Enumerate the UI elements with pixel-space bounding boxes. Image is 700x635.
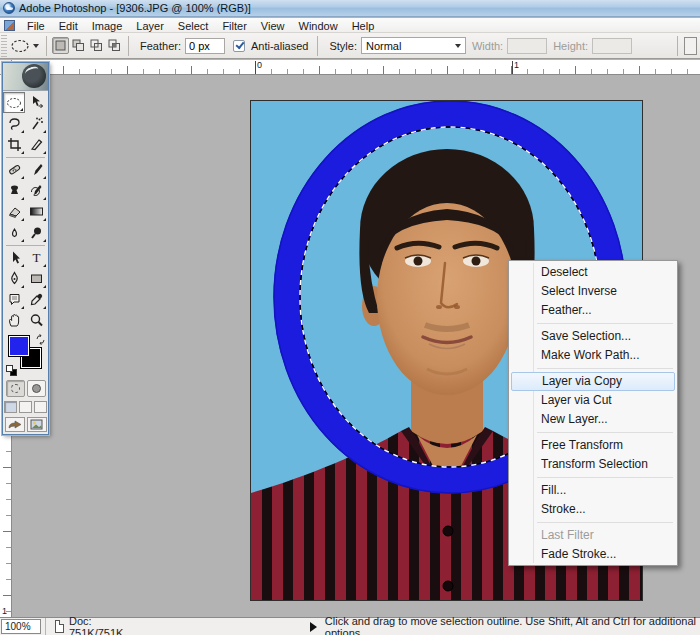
eraser-tool[interactable] xyxy=(3,201,25,222)
menu-item-stroke[interactable]: Stroke... xyxy=(511,500,675,519)
palette-well[interactable] xyxy=(684,37,697,55)
gradient-tool[interactable] xyxy=(25,201,47,222)
fullscreen-mode-button[interactable] xyxy=(34,401,47,413)
menu-item-fill[interactable]: Fill... xyxy=(511,481,675,500)
options-separator xyxy=(128,36,129,56)
blur-tool[interactable] xyxy=(3,222,25,243)
tool-preset-caret-icon[interactable] xyxy=(33,44,39,48)
window-title: Adobe Photoshop - [9306.JPG @ 100% (RGB)… xyxy=(19,2,251,14)
history-brush-tool[interactable] xyxy=(25,180,47,201)
dodge-tool[interactable] xyxy=(25,222,47,243)
menu-separator xyxy=(509,519,677,526)
pen-tool[interactable] xyxy=(3,268,25,289)
clone-stamp-tool[interactable] xyxy=(3,180,25,201)
menu-item-select-inverse[interactable]: Select Inverse xyxy=(511,282,675,301)
brush-tool[interactable] xyxy=(25,159,47,180)
fullscreen-menubar-mode-button[interactable] xyxy=(19,401,32,413)
subtract-from-selection-icon[interactable] xyxy=(88,37,105,54)
new-selection-icon[interactable] xyxy=(52,37,69,54)
menu-filter[interactable]: Filter xyxy=(215,18,253,33)
style-value: Normal xyxy=(366,40,401,52)
selection-context-menu: Deselect Select Inverse Feather... Save … xyxy=(508,260,678,566)
menu-separator xyxy=(509,429,677,436)
menu-edit[interactable]: Edit xyxy=(52,18,85,33)
document-size-icon xyxy=(55,620,64,633)
menu-item-transform-selection[interactable]: Transform Selection xyxy=(511,455,675,474)
menu-item-feather[interactable]: Feather... xyxy=(511,301,675,320)
toolbox-banner[interactable] xyxy=(3,63,48,91)
menu-bar: File Edit Image Layer Select Filter View… xyxy=(0,18,700,33)
path-selection-tool[interactable] xyxy=(3,247,25,268)
zoom-tool[interactable] xyxy=(25,310,47,331)
swap-colors-icon[interactable] xyxy=(35,334,46,347)
intersect-selection-icon[interactable] xyxy=(106,37,123,54)
feather-input[interactable] xyxy=(185,38,225,54)
jump-to-buttons xyxy=(3,415,48,434)
hruler-label-0: 0 xyxy=(257,60,262,70)
menu-image[interactable]: Image xyxy=(85,18,130,33)
menu-item-last-filter: Last Filter xyxy=(511,526,675,545)
crop-tool[interactable] xyxy=(3,134,25,155)
menu-item-free-transform[interactable]: Free Transform xyxy=(511,436,675,455)
add-to-selection-icon[interactable] xyxy=(70,37,87,54)
menu-separator xyxy=(509,474,677,481)
menu-item-layer-via-copy[interactable]: Layer via Copy xyxy=(511,372,675,391)
hruler-label-1: 1 xyxy=(514,60,519,70)
edit-mode-buttons xyxy=(3,378,48,399)
imageready-doc-icon[interactable] xyxy=(27,417,47,432)
document-size-text[interactable]: Doc: 751K/751K xyxy=(69,615,142,635)
tool-grid: T xyxy=(3,91,48,332)
menu-separator xyxy=(509,365,677,372)
elliptical-marquee-icon[interactable] xyxy=(7,36,41,56)
elliptical-marquee-tool[interactable] xyxy=(3,92,25,113)
anti-aliased-checkbox[interactable] xyxy=(233,40,245,52)
menu-item-fade-stroke[interactable]: Fade Stroke... xyxy=(511,545,675,564)
width-label: Width: xyxy=(472,40,503,52)
horizontal-ruler[interactable]: 0 1 xyxy=(12,60,700,75)
menu-item-new-layer[interactable]: New Layer... xyxy=(511,410,675,429)
menu-item-make-work-path[interactable]: Make Work Path... xyxy=(511,346,675,365)
dropdown-caret-icon xyxy=(455,44,461,48)
status-hint-text: Click and drag to move selection outline… xyxy=(325,615,700,635)
magic-wand-tool[interactable] xyxy=(25,113,47,134)
status-arrow-icon[interactable] xyxy=(310,622,317,632)
move-tool[interactable] xyxy=(25,92,47,113)
healing-brush-tool[interactable] xyxy=(3,159,25,180)
type-tool[interactable]: T xyxy=(25,247,47,268)
jump-to-imageready-icon[interactable] xyxy=(5,417,25,432)
default-colors-icon[interactable] xyxy=(6,365,17,376)
marquee-ellipse-glyph xyxy=(10,39,30,53)
menu-item-layer-via-cut[interactable]: Layer via Cut xyxy=(511,391,675,410)
options-separator xyxy=(317,36,318,56)
style-label: Style: xyxy=(329,40,357,52)
menu-file[interactable]: File xyxy=(20,18,52,33)
menu-item-deselect[interactable]: Deselect xyxy=(511,263,675,282)
menu-select[interactable]: Select xyxy=(171,18,216,33)
menu-separator xyxy=(509,320,677,327)
anti-aliased-label: Anti-aliased xyxy=(251,40,308,52)
document-window-icon[interactable] xyxy=(4,20,15,31)
eyedropper-tool[interactable] xyxy=(25,289,47,310)
menu-layer[interactable]: Layer xyxy=(129,18,171,33)
style-dropdown[interactable]: Normal xyxy=(361,37,466,54)
menu-help[interactable]: Help xyxy=(345,18,382,33)
menu-item-save-selection[interactable]: Save Selection... xyxy=(511,327,675,346)
shape-tool[interactable] xyxy=(25,268,47,289)
quick-mask-mode-button[interactable] xyxy=(27,380,46,397)
screen-mode-buttons xyxy=(3,399,48,415)
hand-tool[interactable] xyxy=(3,310,25,331)
lasso-tool[interactable] xyxy=(3,113,25,134)
menu-window[interactable]: Window xyxy=(292,18,345,33)
standard-mode-button[interactable] xyxy=(6,380,25,397)
tool-options-bar: Feather: Anti-aliased Style: Normal Widt… xyxy=(0,33,700,59)
zoom-level-input[interactable]: 100% xyxy=(1,619,41,634)
foreground-color-swatch[interactable] xyxy=(8,335,30,357)
photoshop-eye-logo xyxy=(22,64,46,88)
slice-tool[interactable] xyxy=(25,134,47,155)
vruler-label-1: 1 xyxy=(2,606,7,616)
notes-tool[interactable] xyxy=(3,289,25,310)
toolbox-palette[interactable]: T xyxy=(2,62,49,435)
photoshop-app-icon xyxy=(3,2,15,14)
menu-view[interactable]: View xyxy=(254,18,292,33)
standard-screen-mode-button[interactable] xyxy=(4,401,17,413)
